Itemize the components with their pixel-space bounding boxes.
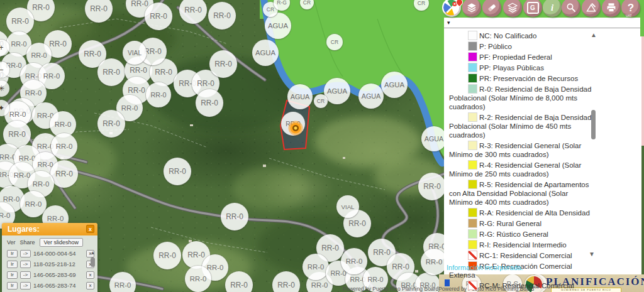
legend-item: R-2: Residencial de Baja Densidad Poblac… [447, 112, 592, 139]
go-to-place-button[interactable]: Ir [7, 261, 18, 268]
lugares-close-button[interactable]: x [86, 225, 94, 233]
zone-label-rr-0: RR-0 [153, 242, 181, 269]
lugares-scrollbar-thumb[interactable] [91, 257, 95, 267]
eraser-icon [486, 2, 497, 13]
legend-swatch [468, 84, 477, 94]
legend-swatch [468, 240, 477, 249]
legend-item: R-3: Residencial General (Solar Mínimo d… [447, 141, 592, 159]
zone-label-rr-0: RR-0 [146, 82, 171, 107]
share-label: Share [20, 239, 35, 246]
legend-swatch [468, 141, 477, 150]
share-place-button[interactable]: -> [20, 250, 31, 257]
print-icon [606, 2, 617, 13]
zone-label-rr-0: RR-0 [50, 160, 78, 188]
zone-label-rr-0: RR-0 [164, 158, 191, 185]
zone-label-agua: AGUA [421, 126, 447, 151]
legend-swatch [468, 229, 477, 239]
lugares-controls: Ver Share Ver slideshow [2, 235, 97, 248]
zone-label-rr-0: RR-0 [208, 2, 236, 30]
legend-item: R-0: Residencial de Baja Densidad Poblac… [447, 84, 592, 111]
zone-label-rr-0: RR-0 [196, 89, 223, 117]
legend-item-label: PF: Propiedad Federal [479, 53, 552, 61]
zone-label-rr-0: RR-0 [97, 110, 125, 138]
lugares-header[interactable]: Lugares: x [2, 223, 97, 235]
lugares-list: Ir->164-000-004-54xIr->118-025-218-12xIr… [2, 248, 97, 292]
legend-list: NC: No CalificadoP: PúblicoPF: Propiedad… [447, 31, 592, 292]
selected-location-marker [287, 120, 304, 136]
legend-item: PR: Preservación de Recursos [447, 73, 592, 83]
map-application: RR-0RR-0RR-0RR-0RR-0RR-0RR-0RR-0RR-0RR-0… [0, 0, 644, 292]
share-place-button[interactable]: -> [20, 261, 31, 268]
zone-label-rr-0: RR-0 [418, 173, 446, 200]
chevron-down-icon: ▾ [447, 19, 450, 26]
info-icon: i [551, 3, 553, 13]
legend-swatch [468, 73, 477, 83]
legend-swatch [468, 219, 477, 228]
legend-item-label: R-G: Rústico General [479, 230, 548, 238]
legend-swatch [468, 180, 477, 189]
legend-item-label: PP: Playas Públicas [479, 64, 544, 72]
legend-swatch [468, 41, 477, 51]
zone-label-cr: CR [326, 34, 343, 50]
legend-item: R-A: Residencial de Alta Densidad [447, 208, 592, 217]
legend-item-label: P: Público [479, 43, 512, 50]
legend-swatch [468, 281, 477, 290]
legend-item: R-I: Residencial Intermedio [447, 240, 592, 249]
legend-item: NC: No Calificado [447, 31, 592, 40]
grid-g-glyph: G [527, 2, 539, 14]
lugares-row: Ir->146-065-283-74x [2, 280, 97, 291]
measure-icon [586, 2, 597, 13]
share-place-button[interactable]: -> [20, 271, 31, 279]
parcel-number: 118-025-218-12 [33, 261, 84, 268]
legend-scrollbar-thumb[interactable] [591, 110, 596, 139]
share-place-button[interactable]: -> [20, 282, 31, 289]
version-tag: UAT [626, 14, 632, 18]
legend-item: RC-M: Residencial Comercial Mixto [447, 281, 592, 292]
zone-label-rr-0: RR-0 [145, 3, 172, 30]
zone-label-agua: AGUA [324, 78, 350, 104]
legend-scroll-down[interactable]: ▼ [589, 251, 595, 257]
go-to-place-button[interactable]: Ir [7, 282, 18, 289]
lugares-scrollbar: ▲ ▼ [89, 251, 96, 291]
legend-scroll-up[interactable]: ▲ [591, 31, 597, 38]
search-icon [565, 2, 577, 13]
map-sliver-green [640, 18, 644, 36]
legend-item-label: RC-1: Residencial Comercial [479, 252, 572, 259]
parcel-number: 146-065-283-74 [33, 282, 84, 289]
layers-icon [466, 2, 477, 13]
go-to-place-button[interactable]: Ir [7, 250, 18, 257]
legend-item: R-G: Rural General [447, 219, 592, 228]
layer-dropdown[interactable]: ▾ [444, 18, 644, 28]
legend-item: P: Público [447, 41, 592, 51]
layers-outline-icon [507, 2, 518, 13]
legend-item-label: R-G: Rural General [479, 220, 541, 227]
zone-label-agua: AGUA [358, 84, 384, 109]
ver-label: Ver [7, 239, 16, 246]
lugares-row: Ir->164-000-004-54x [2, 248, 97, 259]
slideshow-button[interactable]: Ver slideshow [40, 238, 84, 247]
legend-footnote: Información incorporada. [447, 264, 523, 271]
powered-by-left: Powered by Puerto Rico Planning Board [343, 286, 438, 292]
legend-swatch [468, 208, 477, 217]
lugares-scroll-up[interactable]: ▲ [89, 251, 96, 256]
legend-item-label: NC: No Calificado [479, 32, 536, 40]
legend-swatch [468, 63, 477, 72]
lugares-title: Lugares: [8, 225, 40, 234]
help-icon: ? [628, 3, 634, 13]
zone-label-cr: CR [314, 94, 328, 108]
zone-label-agua: AGUA [287, 84, 313, 109]
parcel-number: 146-065-283-69 [33, 271, 84, 278]
legend-swatch [468, 31, 477, 40]
go-to-place-button[interactable]: Ir [7, 271, 18, 279]
legend-swatch [468, 160, 477, 170]
map-sliver-pink [641, 36, 644, 146]
zone-label-rr-0: RR-0 [221, 203, 248, 230]
legend-item-label: R-A: Residencial de Alta Densidad [479, 209, 590, 217]
zone-label-rr-0: RR-0 [421, 249, 447, 275]
legend-swatch [468, 251, 477, 260]
zone-label-vial: VIAL [336, 195, 359, 218]
legend-item: R-5: Residencial de Apartamentos con Alt… [447, 180, 592, 207]
zone-label-agua: AGUA [381, 72, 408, 98]
legend-panel: NC: No CalificadoP: PúblicoPF: Propiedad… [444, 28, 641, 274]
legend-item-label: PR: Preservación de Recursos [479, 75, 578, 82]
